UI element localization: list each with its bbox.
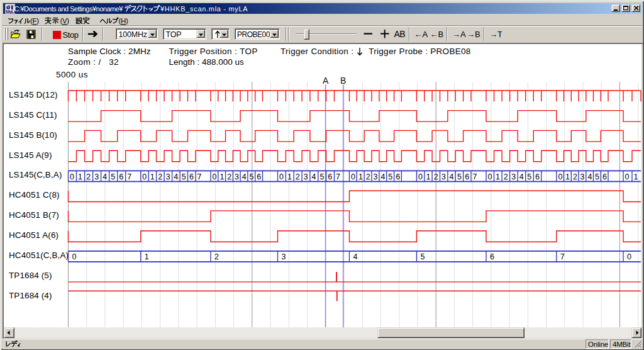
svg-text:6: 6 bbox=[490, 252, 494, 261]
svg-text:0: 0 bbox=[72, 252, 77, 261]
svg-text:4: 4 bbox=[587, 172, 592, 181]
svg-text:7: 7 bbox=[560, 252, 565, 261]
svg-text:5: 5 bbox=[457, 172, 462, 181]
svg-text:2: 2 bbox=[296, 172, 300, 181]
svg-text:0: 0 bbox=[213, 172, 217, 181]
svg-text:1: 1 bbox=[219, 172, 224, 181]
svg-text:5: 5 bbox=[420, 252, 425, 261]
svg-text:4: 4 bbox=[242, 172, 247, 181]
svg-text:(V): (V) bbox=[60, 17, 69, 25]
svg-text:0: 0 bbox=[488, 172, 492, 181]
svg-text:4: 4 bbox=[519, 172, 524, 181]
svg-text:→B: →B bbox=[467, 30, 480, 39]
svg-text:3: 3 bbox=[374, 172, 378, 181]
svg-text:3: 3 bbox=[511, 172, 516, 181]
svg-text:5: 5 bbox=[111, 172, 115, 181]
svg-text:7: 7 bbox=[473, 172, 477, 181]
svg-text:1: 1 bbox=[287, 172, 292, 181]
svg-text:AB: AB bbox=[394, 29, 406, 39]
svg-text:3: 3 bbox=[282, 252, 286, 261]
svg-text:←A: ←A bbox=[414, 30, 428, 39]
svg-text:3: 3 bbox=[94, 172, 99, 181]
svg-text:1: 1 bbox=[358, 172, 363, 181]
svg-text:6: 6 bbox=[189, 172, 194, 181]
svg-text:5: 5 bbox=[388, 172, 392, 181]
svg-text:5: 5 bbox=[250, 172, 254, 181]
svg-text:2: 2 bbox=[573, 172, 577, 181]
svg-text:1: 1 bbox=[565, 172, 570, 181]
svg-text:0: 0 bbox=[558, 172, 562, 181]
svg-text:0: 0 bbox=[70, 172, 74, 181]
svg-text:1: 1 bbox=[78, 172, 82, 181]
svg-text:0: 0 bbox=[142, 172, 147, 181]
svg-text:7: 7 bbox=[197, 172, 202, 181]
svg-text:3: 3 bbox=[304, 172, 308, 181]
svg-text:6: 6 bbox=[119, 172, 123, 181]
svg-text:0: 0 bbox=[625, 172, 630, 181]
svg-text:0: 0 bbox=[351, 172, 355, 181]
svg-text:2: 2 bbox=[214, 252, 219, 261]
svg-text:5: 5 bbox=[319, 172, 324, 181]
svg-text:4: 4 bbox=[312, 172, 316, 181]
svg-text:2: 2 bbox=[86, 172, 91, 181]
svg-text:4: 4 bbox=[174, 172, 178, 181]
svg-text:2: 2 bbox=[434, 172, 438, 181]
svg-text:1: 1 bbox=[150, 172, 155, 181]
svg-text:6: 6 bbox=[328, 172, 332, 181]
svg-text:0: 0 bbox=[418, 172, 423, 181]
svg-text:1: 1 bbox=[145, 252, 149, 261]
svg-text:5: 5 bbox=[595, 172, 599, 181]
svg-text:A: A bbox=[323, 75, 329, 85]
svg-text:B: B bbox=[340, 75, 346, 85]
svg-text:7: 7 bbox=[127, 172, 131, 181]
svg-text:5: 5 bbox=[527, 172, 531, 181]
svg-text:3: 3 bbox=[441, 172, 446, 181]
svg-text:6: 6 bbox=[602, 172, 607, 181]
svg-text:6: 6 bbox=[465, 172, 469, 181]
svg-text:4: 4 bbox=[353, 252, 358, 261]
svg-text:1: 1 bbox=[496, 172, 500, 181]
svg-text:2: 2 bbox=[227, 172, 231, 181]
svg-text:6: 6 bbox=[535, 172, 540, 181]
svg-text:4: 4 bbox=[381, 172, 386, 181]
svg-text:3: 3 bbox=[580, 172, 585, 181]
svg-text:3: 3 bbox=[166, 172, 170, 181]
svg-text:7: 7 bbox=[336, 172, 340, 181]
svg-text:6: 6 bbox=[396, 172, 400, 181]
svg-text:5: 5 bbox=[182, 172, 186, 181]
svg-text:0: 0 bbox=[279, 172, 284, 181]
svg-text:1: 1 bbox=[426, 172, 430, 181]
svg-text:→A: →A bbox=[452, 30, 466, 39]
svg-text:0: 0 bbox=[627, 252, 631, 261]
svg-text:4: 4 bbox=[450, 172, 454, 181]
svg-text:←B: ←B bbox=[430, 30, 444, 39]
svg-text:(H): (H) bbox=[119, 17, 129, 25]
svg-text:6: 6 bbox=[257, 172, 261, 181]
svg-text:¥HHKB_scan.mla - myLA: ¥HHKB_scan.mla - myLA bbox=[160, 5, 248, 13]
svg-text:1: 1 bbox=[634, 172, 638, 181]
svg-text:2: 2 bbox=[504, 172, 508, 181]
svg-text:→T: →T bbox=[489, 30, 502, 39]
svg-text:4: 4 bbox=[103, 172, 107, 181]
svg-text:2: 2 bbox=[158, 172, 162, 181]
svg-text:3: 3 bbox=[235, 172, 239, 181]
svg-text:2: 2 bbox=[366, 172, 370, 181]
